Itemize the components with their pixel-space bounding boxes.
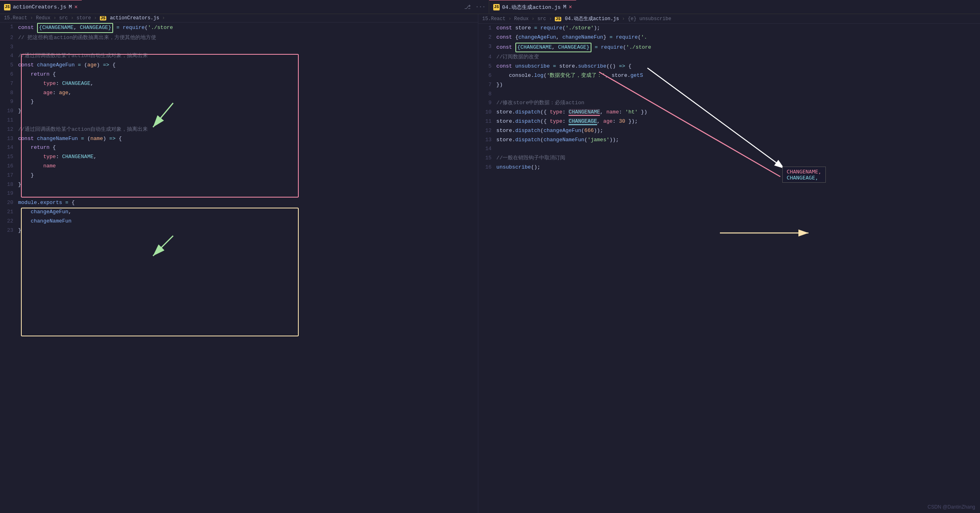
table-row: 7 }) bbox=[478, 80, 980, 90]
table-row: 16 unsubscribe(); bbox=[478, 163, 980, 172]
table-row: 11 bbox=[0, 116, 478, 125]
svg-line-3 bbox=[153, 236, 173, 256]
table-row: 21 changeAgeFun, bbox=[0, 208, 478, 217]
table-row: 18 } bbox=[0, 180, 478, 190]
tab-modified-left: M bbox=[69, 4, 72, 10]
editor-actions-left: ⎇ ··· bbox=[82, 0, 489, 14]
tab-close-right[interactable]: × bbox=[569, 4, 572, 10]
tab-close-left[interactable]: × bbox=[74, 4, 77, 10]
table-row: 11 store.dispatch({ type: CHANGEAGE, age… bbox=[478, 117, 980, 126]
table-row: 9 //修改store中的数据：必须action bbox=[478, 99, 980, 108]
table-row: 13 const changeNameFun = (name) => { bbox=[0, 134, 478, 144]
table-row: 10 store.dispatch({ type: CHANGENAME, na… bbox=[478, 108, 980, 117]
table-row: 22 changeNameFun bbox=[0, 217, 478, 226]
table-row: 12 store.dispatch(changeAgeFun(666)); bbox=[478, 126, 980, 136]
right-code-table: 1 const store = require('./store'); 2 co… bbox=[478, 24, 980, 172]
table-row: 3 const {CHANGENAME, CHANGEAGE} = requir… bbox=[478, 42, 980, 53]
table-row: 7 type: CHANGEAGE, bbox=[0, 79, 478, 89]
more-actions-icon[interactable]: ··· bbox=[476, 4, 486, 10]
source-control-icon[interactable]: ⎇ bbox=[464, 4, 471, 10]
watermark: CSDN @DantinZhang bbox=[928, 504, 975, 510]
tab-dynamic-action[interactable]: JS 04.动态生成action.js M × bbox=[489, 0, 576, 14]
table-row: 20 module.exports = { bbox=[0, 198, 478, 208]
right-code-area: CHANGENAME, CHANGEAGE, 1 const store = r… bbox=[478, 24, 980, 513]
table-row: 9 } bbox=[0, 97, 478, 107]
table-row: 8 age: age, bbox=[0, 89, 478, 98]
js-icon-right: JS bbox=[493, 4, 500, 10]
tab-modified-right: M bbox=[563, 4, 566, 10]
left-code-area: 1 const {CHANGENAME, CHANGEAGE} = requir… bbox=[0, 23, 478, 513]
tooltip-popup: CHANGENAME, CHANGEAGE, bbox=[782, 167, 826, 183]
table-row: 6 console.log('数据变化了，变成了：', store.getS bbox=[478, 71, 980, 80]
table-row: 2 // 把这些构造action的函数抽离出来，方便其他的地方使 bbox=[0, 33, 478, 43]
table-row: 19 bbox=[0, 189, 478, 198]
table-row: 12 //通过回调函数给某个action自动生成对象，抽离出来 bbox=[0, 125, 478, 134]
breadcrumb-right: 15.React › Redux › src › JS 04.动态生成actio… bbox=[478, 14, 980, 24]
table-row: 3 bbox=[0, 43, 478, 52]
table-row: 16 name bbox=[0, 162, 478, 171]
table-row: 8 bbox=[478, 90, 980, 99]
table-row: 1 const store = require('./store'); bbox=[478, 24, 980, 33]
table-row: 6 return { bbox=[0, 70, 478, 79]
tab-name-right: 04.动态生成action.js bbox=[502, 4, 561, 11]
tab-action-creators[interactable]: JS actionCreators.js M × bbox=[0, 0, 82, 14]
table-row: 17 } bbox=[0, 171, 478, 180]
table-row: 14 bbox=[478, 144, 980, 154]
table-row: 2 const {changeAgeFun, changeNameFun} = … bbox=[478, 33, 980, 42]
table-row: 15 //一般在销毁钩子中取消订阅 bbox=[478, 154, 980, 163]
table-row: 5 const changeAgeFun = (age) => { bbox=[0, 61, 478, 70]
table-row: 5 const unsubscribe = store.subscribe(()… bbox=[478, 62, 980, 71]
table-row: 4 //通过回调函数给某个action自动生成对象，抽离出来 bbox=[0, 52, 478, 61]
table-row: 10 } bbox=[0, 107, 478, 116]
table-row: 23 } bbox=[0, 226, 478, 235]
left-code-table: 1 const {CHANGENAME, CHANGEAGE} = requir… bbox=[0, 23, 478, 235]
table-row: 4 //订阅数据的改变 bbox=[478, 53, 980, 62]
table-row: 13 store.dispatch(changeNameFun('james')… bbox=[478, 136, 980, 145]
table-row: 14 return { bbox=[0, 143, 478, 152]
breadcrumb-left: 15.React › Redux › src › store › JS acti… bbox=[0, 14, 478, 23]
tab-name-left: actionCreators.js bbox=[13, 4, 66, 10]
table-row: 15 type: CHANGENAME, bbox=[0, 152, 478, 162]
table-row: 1 const {CHANGENAME, CHANGEAGE} = requir… bbox=[0, 23, 478, 33]
js-icon-left: JS bbox=[4, 4, 10, 10]
